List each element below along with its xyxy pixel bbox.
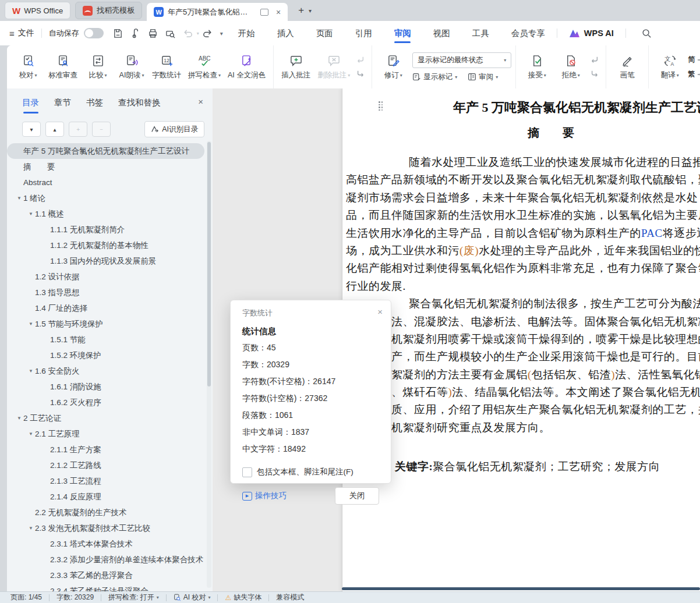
toc-item[interactable]: ▼1.2 设计依据: [7, 269, 213, 285]
close-button[interactable]: 关闭: [335, 487, 379, 505]
tab-document[interactable]: W 年产5万吨聚合氯化铝无机絮... ×: [147, 3, 288, 21]
new-tab-button[interactable]: +: [298, 5, 304, 16]
scrollbar-thumb[interactable]: [207, 142, 211, 386]
toc-item[interactable]: ▼Abstract: [7, 175, 213, 190]
tab-list-chevron-icon[interactable]: ▾: [309, 8, 312, 14]
toc-item[interactable]: ▼2.1.4 反应原理: [7, 489, 213, 505]
sidebar-tab[interactable]: 目录: [22, 97, 39, 113]
expand-triangle-icon[interactable]: ▼: [27, 321, 35, 327]
wps-ai-button[interactable]: WPS AI: [569, 29, 614, 38]
toc-item[interactable]: ▼2.3.3 苯乙烯的悬浮聚合: [7, 567, 213, 583]
expand-all-button[interactable]: ▾: [22, 122, 41, 137]
sidebar-tab[interactable]: 章节: [54, 97, 71, 113]
tab-docer-templates[interactable]: 找稻壳模板: [75, 2, 142, 19]
expand-triangle-icon[interactable]: ▼: [27, 368, 35, 374]
expand-triangle-icon[interactable]: ▼: [27, 431, 35, 437]
track-changes-button[interactable]: 修订▾: [376, 52, 410, 83]
toc-item[interactable]: ▼1.1.3 国内外的现状及发展前景: [7, 253, 213, 269]
tab-wps-office[interactable]: W WPS Office: [5, 2, 70, 19]
toc-item[interactable]: ▼2 工艺论证: [7, 410, 213, 426]
sidebar-scrollbar[interactable]: [207, 141, 211, 588]
menu-item[interactable]: 插入: [277, 23, 294, 44]
search-icon[interactable]: [639, 26, 654, 41]
simplified-to-traditional-button[interactable]: 简 转繁: [688, 55, 700, 65]
toc-item[interactable]: ▼1.5 节能与环境保护: [7, 316, 213, 332]
page-indicator[interactable]: 页面: 1/45: [10, 593, 42, 602]
sidebar-close-icon[interactable]: ×: [198, 97, 203, 107]
expand-triangle-icon[interactable]: ▼: [27, 526, 35, 531]
spell-check-status[interactable]: 拼写检查: 打开▾: [108, 593, 159, 602]
toc-item[interactable]: ▼1.1.1 无机絮凝剂简介: [7, 222, 213, 237]
toc-item[interactable]: ▼1.5.1 节能: [7, 332, 213, 347]
document-page[interactable]: 年产 5 万吨聚合氯化铝无机絮凝剂生产工艺设计 摘 要 随着水处理工业及造纸工业…: [342, 88, 700, 591]
menu-item[interactable]: 视图: [433, 23, 450, 44]
toc-item[interactable]: ▼1.5.2 环境保护: [7, 347, 213, 363]
toc-item[interactable]: ▼1.4 厂址的选择: [7, 300, 213, 316]
toc-item[interactable]: ▼1.6.1 消防设施: [7, 379, 213, 395]
toc-item[interactable]: ▼2.3.1 塔式本体聚合技术: [7, 536, 213, 552]
ai-read-button[interactable]: AI朗读▾: [115, 52, 149, 83]
export-pdf-icon[interactable]: [128, 26, 143, 41]
toc-item[interactable]: ▼年产 5 万吨聚合氯化铝无机絮凝剂生产工艺设计: [7, 143, 204, 159]
save-icon[interactable]: [111, 26, 126, 41]
menu-item[interactable]: 开始: [238, 23, 255, 44]
expand-triangle-icon[interactable]: ▼: [15, 416, 23, 421]
redo-icon[interactable]: [200, 26, 215, 41]
word-count-indicator[interactable]: 字数: 20329: [56, 593, 94, 602]
toc-item[interactable]: ▼1.6.2 灭火程序: [7, 395, 213, 410]
horizontal-scrollbar[interactable]: [342, 587, 700, 590]
toc-item[interactable]: ▼1 绪论: [7, 190, 213, 206]
dialog-close-icon[interactable]: ×: [377, 307, 383, 317]
toc-item[interactable]: ▼2.1.1 生产方案: [7, 442, 213, 457]
markup-state-select[interactable]: 显示标记的最终状态 ▾: [412, 52, 511, 68]
toc-item[interactable]: ▼摘 要: [7, 159, 213, 175]
menu-item[interactable]: 工具: [472, 23, 489, 44]
toc-item[interactable]: ▼2.2 无机絮凝剂的生产技术: [7, 505, 213, 520]
spell-check-button[interactable]: ABC 拼写检查▾: [185, 52, 224, 83]
print-preview-icon[interactable]: [163, 26, 178, 41]
toc-item[interactable]: ▼2.3 发泡无机絮凝剂技术工艺比较: [7, 520, 213, 536]
accept-change-button[interactable]: 接受▾: [520, 52, 554, 83]
proofread-button[interactable]: 校对▾: [11, 52, 45, 83]
ai-recognize-toc-button[interactable]: AI识别目录: [144, 121, 204, 137]
toc-item[interactable]: ▼1.1 概述: [7, 206, 213, 222]
brush-button[interactable]: 画笔: [610, 52, 644, 83]
toc-item[interactable]: ▼2.3.2 添加少量溶剂的单釜连续本体聚合技术: [7, 552, 213, 567]
include-footnotes-checkbox[interactable]: [242, 467, 252, 477]
toc-item[interactable]: ▼2.1 工艺原理: [7, 426, 213, 442]
autosave-toggle[interactable]: [84, 28, 104, 38]
toc-item[interactable]: ▼2.3.4 苯乙烯种子法悬浮聚合: [7, 583, 213, 591]
ai-polish-button[interactable]: AI 全文润色: [224, 52, 269, 83]
traditional-to-simplified-button[interactable]: 繁 转简: [688, 69, 700, 79]
reject-change-button[interactable]: 拒绝▾: [554, 52, 588, 83]
word-count-button[interactable]: 12 字数统计: [149, 52, 185, 83]
insert-comment-button[interactable]: 插入批注: [278, 52, 314, 83]
menu-item[interactable]: 会员专享: [511, 23, 545, 44]
show-markup-button[interactable]: 显示标记▾: [412, 72, 457, 82]
menu-item[interactable]: 审阅: [394, 23, 411, 44]
translate-button[interactable]: 文A 翻译▾: [653, 52, 687, 83]
missing-font-warning[interactable]: ⚠缺失字体: [225, 593, 261, 602]
toc-item[interactable]: ▼1.3 指导思想: [7, 285, 213, 300]
ai-proof-status[interactable]: AI 校对▾: [174, 593, 211, 602]
menu-item[interactable]: 页面: [316, 23, 333, 44]
toc-item[interactable]: ▼2.1.3 工艺流程: [7, 473, 213, 489]
file-menu[interactable]: ≡ 文件: [9, 28, 34, 38]
close-tab-icon[interactable]: ×: [276, 8, 281, 17]
sidebar-tab[interactable]: 查找和替换: [118, 97, 161, 113]
menu-item[interactable]: 引用: [355, 23, 372, 44]
expand-triangle-icon[interactable]: ▼: [15, 196, 23, 201]
expand-triangle-icon[interactable]: ▼: [27, 211, 35, 217]
previous-change-icon[interactable]: [589, 55, 600, 65]
toc-item[interactable]: ▼1.6 安全防火: [7, 363, 213, 379]
toolbar-more-chevron-icon[interactable]: ▾: [220, 30, 223, 37]
collapse-all-button[interactable]: ▴: [45, 122, 64, 137]
sidebar-tab[interactable]: 书签: [86, 97, 103, 113]
compare-button[interactable]: 比较▾: [81, 52, 115, 83]
next-change-icon[interactable]: [589, 69, 600, 79]
detach-window-icon[interactable]: [260, 9, 268, 16]
tips-link[interactable]: ▶ 操作技巧: [242, 491, 287, 501]
standard-review-button[interactable]: 标准审查: [45, 52, 81, 83]
toc-item[interactable]: ▼1.1.2 无机絮凝剂的基本物性: [7, 237, 213, 253]
review-pane-button[interactable]: 审阅▾: [468, 72, 498, 82]
